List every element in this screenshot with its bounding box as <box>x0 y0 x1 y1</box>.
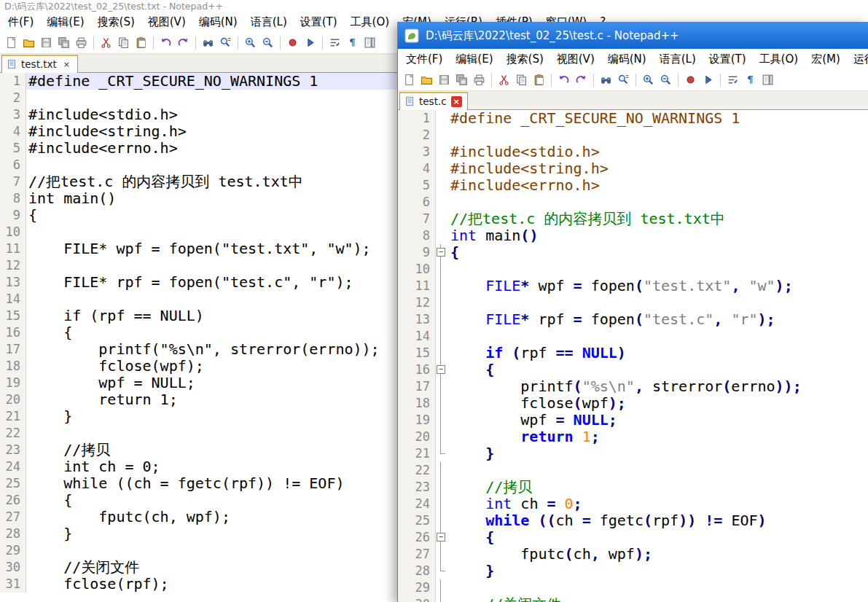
replace-button[interactable] <box>217 34 234 51</box>
new-file-button[interactable] <box>3 34 20 51</box>
toolbar: ¶ <box>398 69 868 91</box>
open-folder-button[interactable] <box>20 34 37 51</box>
save-button[interactable] <box>436 71 453 88</box>
text-editor-area[interactable]: 1#define _CRT_SECURE_NO_WARNINGS 123#inc… <box>398 110 868 602</box>
undo-button[interactable] <box>555 71 572 88</box>
code-line: 16− { <box>398 361 868 378</box>
line-number: 3 <box>398 144 436 160</box>
menu-item[interactable]: 视图(V) <box>141 12 192 32</box>
menu-item[interactable]: 宏(M) <box>805 50 847 69</box>
cut-button[interactable] <box>496 71 512 88</box>
replace-button[interactable] <box>615 71 632 88</box>
paste-button[interactable] <box>133 34 149 51</box>
menu-item[interactable]: 工具(O) <box>344 12 396 32</box>
window-title: D:\码云库\2022\test_02_25\test.txt - Notepa… <box>0 0 868 12</box>
code-text: //关闭文件 <box>446 596 868 602</box>
copy-button[interactable] <box>513 71 530 88</box>
redo-button[interactable] <box>175 34 192 51</box>
line-number: 7 <box>398 211 436 227</box>
code-line: 23 //拷贝 <box>398 479 868 496</box>
line-number: 23 <box>0 442 26 458</box>
paste-icon <box>135 36 147 49</box>
print-button[interactable] <box>471 71 488 88</box>
code-line: 29 <box>398 579 868 596</box>
zoom-out-button[interactable] <box>259 34 276 51</box>
menu-item[interactable]: 运行(R) <box>847 50 868 69</box>
menu-item[interactable]: 搜索(S) <box>500 50 550 69</box>
code-text: #include<string.h> <box>446 160 868 177</box>
menu-item[interactable]: 编码(N) <box>601 50 653 69</box>
undo-button[interactable] <box>157 34 174 51</box>
line-number: 14 <box>0 291 26 308</box>
zoom-in-button[interactable] <box>640 71 657 88</box>
new-file-button[interactable] <box>401 71 418 88</box>
print-button[interactable] <box>73 34 90 51</box>
record-macro-button[interactable] <box>682 71 699 88</box>
tab-test-c[interactable]: test.c × <box>399 92 468 110</box>
fold-line <box>440 395 441 412</box>
code-text: FILE* wpf = fopen("test.txt", "w"); <box>446 278 868 294</box>
save-all-button[interactable] <box>453 71 470 88</box>
menu-item[interactable]: 工具(O) <box>753 50 805 69</box>
paste-button[interactable] <box>531 71 547 88</box>
menu-item[interactable]: 设置(T) <box>294 12 344 32</box>
menu-item[interactable]: 视图(V) <box>550 50 601 69</box>
zoom-in-button[interactable] <box>242 34 259 51</box>
cut-button[interactable] <box>98 34 114 51</box>
close-icon[interactable]: × <box>61 59 72 70</box>
fold-collapse-icon[interactable]: − <box>437 365 445 374</box>
code-text <box>446 579 868 596</box>
code-text: wpf = NULL; <box>446 412 868 429</box>
save-all-button[interactable] <box>55 34 72 51</box>
code-text: //把test.c 的内容拷贝到 test.txt中 <box>446 211 868 227</box>
find-button[interactable] <box>598 71 614 88</box>
code-line: 6 <box>398 194 868 211</box>
menu-item[interactable]: 语言(L) <box>653 50 703 69</box>
playback-macro-button[interactable] <box>700 71 716 88</box>
code-text: fclose(wpf); <box>446 395 868 412</box>
menu-item[interactable]: 编辑(E) <box>449 50 499 69</box>
record-macro-button[interactable] <box>284 34 301 51</box>
menu-item[interactable]: 语言(L) <box>244 12 294 32</box>
copy-button[interactable] <box>115 34 132 51</box>
show-all-chars-button[interactable]: ¶ <box>742 71 759 88</box>
fold-line <box>440 579 441 596</box>
fold-line <box>440 512 441 529</box>
title-bar[interactable]: D:\码云库\2022\test_02_25\test.c - Notepad+… <box>398 23 868 49</box>
playback-macro-button[interactable] <box>302 34 318 51</box>
fold-line <box>440 278 441 294</box>
menu-item[interactable]: 件(F) <box>1 12 40 32</box>
word-wrap-button[interactable] <box>724 71 741 88</box>
menu-item[interactable]: 搜索(S) <box>91 12 141 32</box>
show-all-chars-button[interactable]: ¶ <box>344 34 361 51</box>
save-button[interactable] <box>38 34 55 51</box>
close-icon[interactable]: × <box>451 96 462 107</box>
document-map-button[interactable] <box>759 71 776 88</box>
redo-button[interactable] <box>573 71 590 88</box>
code-line: 11 FILE* wpf = fopen("test.txt", "w"); <box>398 278 868 294</box>
menu-item[interactable]: 编辑(E) <box>40 12 90 32</box>
line-number: 27 <box>0 509 26 525</box>
find-button[interactable] <box>200 34 216 51</box>
line-number: 27 <box>398 546 436 563</box>
code-line: 4#include<string.h> <box>398 160 868 177</box>
tab-test-txt[interactable]: test.txt × <box>1 55 78 73</box>
svg-text:¶: ¶ <box>747 74 754 85</box>
code-text: return 1; <box>446 429 868 445</box>
line-number: 16 <box>398 361 436 378</box>
fold-collapse-icon[interactable]: − <box>437 248 445 257</box>
zoom-out-button[interactable] <box>657 71 674 88</box>
fold-line <box>440 412 441 429</box>
document-map-button[interactable] <box>361 34 378 51</box>
notepad-window-foreground: D:\码云库\2022\test_02_25\test.c - Notepad+… <box>397 22 868 602</box>
open-folder-button[interactable] <box>418 71 435 88</box>
copy-icon <box>515 74 528 86</box>
record-macro-icon <box>684 74 697 86</box>
tab-label: test.c <box>419 95 447 107</box>
menu-item[interactable]: 文件(F) <box>399 50 449 69</box>
menu-item[interactable]: 编码(N) <box>192 12 244 32</box>
word-wrap-button[interactable] <box>327 34 343 51</box>
file-icon <box>404 96 415 106</box>
fold-collapse-icon[interactable]: − <box>437 533 445 542</box>
menu-item[interactable]: 设置(T) <box>703 50 753 69</box>
